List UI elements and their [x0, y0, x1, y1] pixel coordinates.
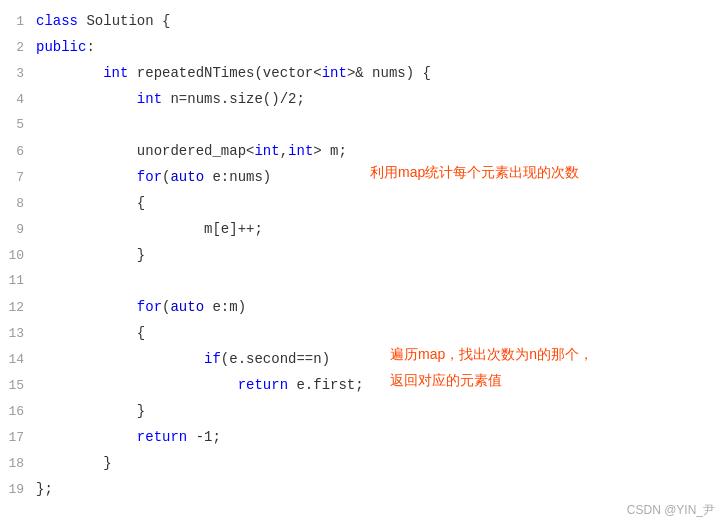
- line-number: 12: [0, 295, 36, 321]
- code-line: 13 {: [0, 320, 727, 346]
- code-lines: 1class Solution {2public:3 int repeatedN…: [0, 8, 727, 502]
- line-number: 14: [0, 347, 36, 373]
- code-editor: 1class Solution {2public:3 int repeatedN…: [0, 0, 727, 527]
- line-number: 8: [0, 191, 36, 217]
- line-content: return -1;: [36, 424, 727, 450]
- line-number: 9: [0, 217, 36, 243]
- code-line: 18 }: [0, 450, 727, 476]
- code-line: 12 for(auto e:m): [0, 294, 727, 320]
- line-content: {: [36, 320, 727, 346]
- code-line: 14 if(e.second==n): [0, 346, 727, 372]
- line-number: 2: [0, 35, 36, 61]
- code-line: 19};: [0, 476, 727, 502]
- line-content: {: [36, 190, 727, 216]
- annotation-ann1: 利用map统计每个元素出现的次数: [370, 164, 579, 182]
- line-content: int n=nums.size()/2;: [36, 86, 727, 112]
- code-line: 16 }: [0, 398, 727, 424]
- line-number: 17: [0, 425, 36, 451]
- code-line: 3 int repeatedNTimes(vector<int>& nums) …: [0, 60, 727, 86]
- code-line: 4 int n=nums.size()/2;: [0, 86, 727, 112]
- line-number: 11: [0, 268, 36, 294]
- line-number: 13: [0, 321, 36, 347]
- code-line: 5: [0, 112, 727, 138]
- code-line: 11: [0, 268, 727, 294]
- code-line: 10 }: [0, 242, 727, 268]
- line-number: 19: [0, 477, 36, 503]
- line-content: int repeatedNTimes(vector<int>& nums) {: [36, 60, 727, 86]
- line-number: 18: [0, 451, 36, 477]
- line-number: 15: [0, 373, 36, 399]
- line-content: m[e]++;: [36, 216, 727, 242]
- line-number: 16: [0, 399, 36, 425]
- line-number: 3: [0, 61, 36, 87]
- line-content: for(auto e:m): [36, 294, 727, 320]
- line-content: }: [36, 450, 727, 476]
- line-content: };: [36, 476, 727, 502]
- code-line: 17 return -1;: [0, 424, 727, 450]
- watermark: CSDN @YIN_尹: [627, 502, 715, 519]
- line-content: }: [36, 398, 727, 424]
- line-content: return e.first;: [36, 372, 727, 398]
- code-line: 6 unordered_map<int,int> m;: [0, 138, 727, 164]
- code-line: 15 return e.first;: [0, 372, 727, 398]
- code-line: 9 m[e]++;: [0, 216, 727, 242]
- line-number: 7: [0, 165, 36, 191]
- line-number: 10: [0, 243, 36, 269]
- line-content: class Solution {: [36, 8, 727, 34]
- line-number: 5: [0, 112, 36, 138]
- annotation-ann2: 遍历map，找出次数为n的那个，: [390, 346, 593, 364]
- code-line: 1class Solution {: [0, 8, 727, 34]
- code-line: 7 for(auto e:nums): [0, 164, 727, 190]
- line-number: 1: [0, 9, 36, 35]
- line-content: if(e.second==n): [36, 346, 727, 372]
- line-content: }: [36, 242, 727, 268]
- line-content: public:: [36, 34, 727, 60]
- line-number: 4: [0, 87, 36, 113]
- line-content: unordered_map<int,int> m;: [36, 138, 727, 164]
- code-line: 8 {: [0, 190, 727, 216]
- code-line: 2public:: [0, 34, 727, 60]
- line-number: 6: [0, 139, 36, 165]
- annotation-ann3: 返回对应的元素值: [390, 372, 502, 390]
